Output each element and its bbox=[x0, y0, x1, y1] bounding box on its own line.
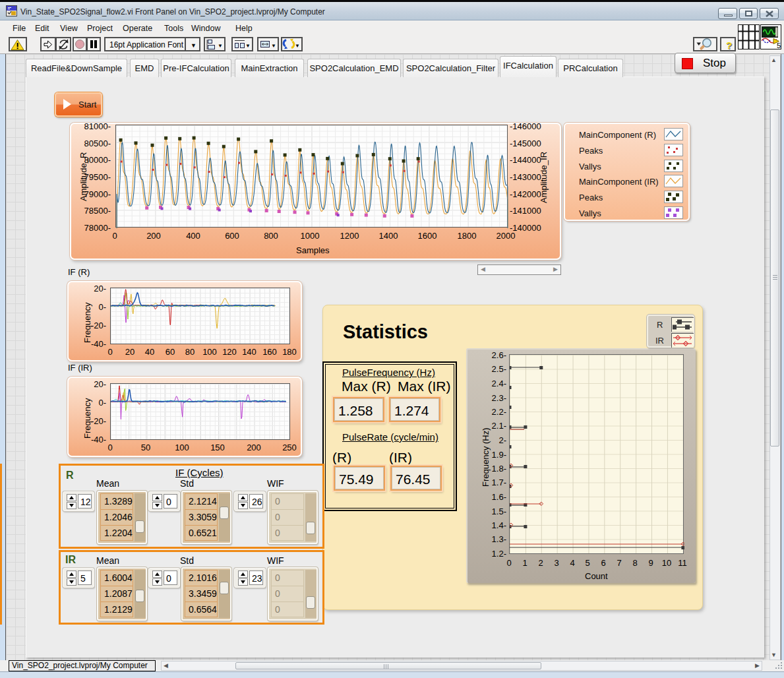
svg-text:5: 5 bbox=[777, 42, 781, 49]
